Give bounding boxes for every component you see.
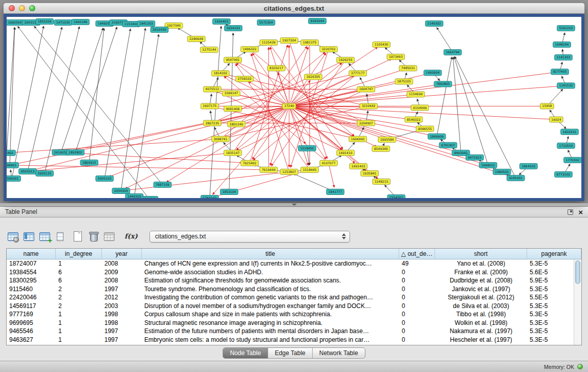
graph-node[interactable]: 17240 [282, 103, 296, 109]
graph-node[interactable]: 1691403 [350, 163, 367, 169]
graph-node[interactable]: 3098741 [211, 136, 229, 142]
graph-node[interactable]: 1518445 [301, 167, 319, 172]
rows-icon[interactable] [55, 230, 64, 243]
table-row[interactable]: 1830029562008Estimation of significance … [7, 276, 581, 285]
graph-node[interactable]: 1125439 [260, 40, 278, 46]
table-row[interactable]: 1456911722003Disruption of a novel membe… [7, 302, 581, 311]
tab-node-table[interactable]: Node Table [223, 348, 268, 358]
table-row[interactable]: 1872400712008Changes of HCN gene express… [7, 259, 581, 268]
graph-node[interactable]: 5905135 [36, 170, 54, 176]
graph-node[interactable]: 7893805 [434, 81, 452, 87]
graph-node[interactable]: 1518450 [298, 145, 316, 151]
graph-node[interactable]: 1626255 [337, 57, 355, 63]
graph-node[interactable]: 1635841 [361, 170, 379, 176]
graph-node[interactable]: 8096555 [416, 126, 434, 132]
graph-node[interactable]: 1606992 [349, 136, 367, 142]
graph-node[interactable]: 9505013 [19, 168, 37, 174]
graph-node[interactable]: 15958 [540, 103, 554, 109]
graph-node[interactable]: 5005103 [96, 176, 114, 181]
graph-node[interactable]: 6791907 [439, 142, 457, 148]
graph-node[interactable]: 1691410 [337, 150, 355, 156]
graph-node[interactable]: 1141532 [557, 83, 575, 89]
graph-node[interactable]: 1893802 [67, 149, 84, 155]
table-row[interactable]: 946362711997Embryonic stem cells: a mode… [7, 336, 581, 344]
graph-node[interactable]: 4107077 [320, 160, 338, 166]
graph-node[interactable]: 1654103 [224, 26, 242, 31]
graph-node[interactable]: 1841203 [137, 21, 155, 27]
graph-node[interactable]: 9547491 [224, 57, 242, 63]
graph-node[interactable]: 3210642 [360, 103, 378, 109]
graph-node[interactable]: 4075512 [203, 86, 221, 92]
graph-node[interactable]: 1604747 [357, 86, 375, 92]
graph-node[interactable]: 1853104 [220, 189, 238, 194]
graph-node[interactable]: 3777177 [349, 71, 367, 76]
graph-node[interactable]: 1136402 [7, 150, 15, 156]
graph-node[interactable]: 1981375 [301, 40, 319, 46]
close-panel-icon[interactable]: × [578, 209, 583, 215]
graph-node[interactable]: 1864915 [80, 160, 98, 165]
graph-node[interactable]: 9277405 [551, 69, 569, 75]
graph-node[interactable]: 5591203 [557, 26, 575, 31]
graph-node[interactable]: 2149302 [425, 21, 443, 27]
graph-node[interactable]: 1875105 [395, 79, 413, 84]
graph-node[interactable]: 1841777 [326, 189, 344, 194]
graph-node[interactable]: 2610430 [150, 27, 168, 33]
graph-node[interactable]: 8549349 [372, 146, 390, 151]
graph-node[interactable]: 8549322 [405, 117, 423, 122]
graph-node[interactable]: 7485031 [399, 65, 417, 71]
table-row[interactable]: 2242004622012Investigating the contribut… [7, 293, 581, 302]
graph-node[interactable]: 1154699 [407, 92, 425, 97]
table-row[interactable]: 911546021997Tourette syndrome. Phenomeno… [7, 285, 581, 294]
graph-node[interactable]: 9245002 [507, 175, 525, 181]
graph-node[interactable]: 1248215 [373, 179, 390, 184]
graph-node[interactable]: 2758103 [235, 76, 253, 82]
graph-node[interactable]: 3198901 [7, 162, 18, 168]
graph-node[interactable]: 1849609 [428, 134, 446, 139]
panel-divider[interactable] [0, 203, 588, 206]
column-header-title[interactable]: title [142, 249, 399, 259]
table-edit-icon[interactable] [39, 230, 51, 243]
graph-node[interactable]: 1694022 [479, 162, 497, 168]
graph-node[interactable]: 5595001 [7, 176, 20, 181]
graph-node[interactable]: 1973493 [387, 54, 405, 60]
tab-edge-table[interactable]: Edge Table [268, 348, 313, 358]
network-window-titlebar[interactable]: citations_edges.txt [4, 3, 584, 14]
table-row[interactable]: 1938455462009Genome-wide association stu… [7, 268, 581, 277]
graph-node[interactable]: 1801240 [227, 121, 245, 127]
graph-node[interactable]: 1626305 [304, 74, 322, 80]
graph-node[interactable]: 1864103 [519, 163, 537, 169]
graph-node[interactable]: 9471023 [466, 155, 484, 160]
column-header-year[interactable]: year [102, 249, 142, 259]
column-header-short[interactable]: short [435, 249, 527, 259]
graph-node[interactable]: 1695584 [378, 137, 396, 142]
network-canvas[interactable]: 1724019273041125439149632295474911814202… [7, 17, 581, 198]
table-settings-icon[interactable] [7, 230, 19, 243]
graph-node[interactable]: 1835147 [224, 150, 242, 156]
graph-node[interactable]: 1099147 [222, 91, 240, 96]
graph-node[interactable]: 1105430 [373, 42, 390, 48]
scrollbar-thumb[interactable] [575, 260, 580, 284]
graph-node[interactable]: 1710554 [557, 143, 575, 148]
graph-node[interactable]: 1814202 [211, 71, 229, 76]
graph-node[interactable]: 1471030 [54, 20, 72, 26]
graph-node[interactable]: 1660504 [7, 20, 24, 26]
column-header-pagerank[interactable]: pagerank [527, 249, 581, 259]
graph-node[interactable]: 8183044 [309, 18, 326, 24]
graph-node[interactable]: 1764103 [201, 195, 219, 198]
graph-node[interactable]: 3220702 [320, 47, 338, 52]
graph-node[interactable]: 16024 [550, 117, 563, 122]
graph-node[interactable]: 2607175 [201, 103, 219, 109]
table-selector[interactable]: citations_edges.txt [149, 231, 350, 243]
table-row[interactable]: 969969511998Structural magnetic resonanc… [7, 319, 581, 327]
column-header-out_degree[interactable]: △ out_de… [399, 249, 435, 259]
graph-node[interactable]: 1770302 [564, 157, 581, 163]
graph-node[interactable]: 1648294 [553, 42, 571, 48]
graph-node[interactable]: 2054309 [112, 188, 130, 193]
graph-node[interactable]: 1141303 [555, 55, 573, 60]
graph-node[interactable]: 7619444 [260, 167, 278, 172]
table-row[interactable]: 946554611997Estimation of the future num… [7, 327, 581, 336]
graph-node[interactable]: 7625402 [241, 160, 258, 166]
column-chooser-icon[interactable] [23, 230, 35, 243]
function-icon[interactable]: f(x) [123, 230, 139, 243]
column-header-name[interactable]: name [7, 249, 56, 259]
